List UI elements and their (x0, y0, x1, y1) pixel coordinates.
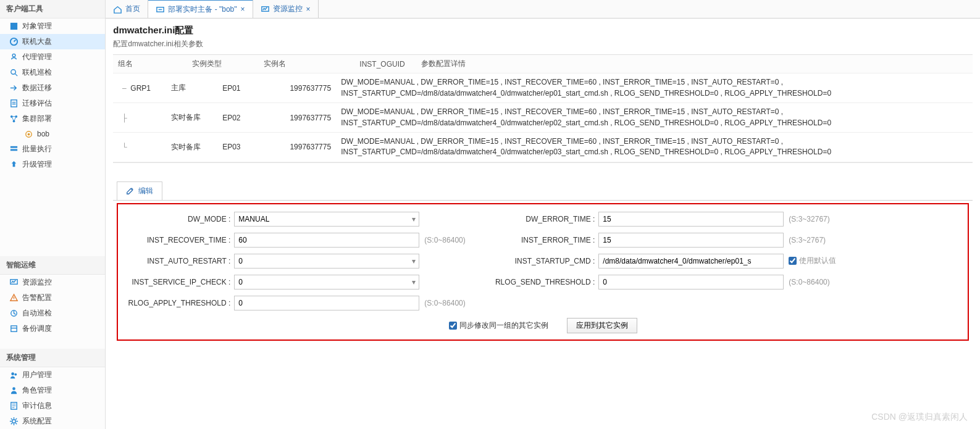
sidebar-item-client-4[interactable]: 数据迁移 (0, 80, 105, 96)
sidebar-item-label: 资源监控 (22, 277, 52, 288)
sidebar-item-label: 代理管理 (22, 52, 52, 62)
sidebar-item-sys-1[interactable]: 角色管理 (0, 383, 105, 398)
svg-point-17 (14, 373, 17, 376)
batch-icon (9, 144, 19, 154)
settings-icon (9, 417, 19, 427)
cell-type: 主库 (166, 73, 217, 102)
tab-label: 首页 (125, 4, 140, 14)
sync-checkbox[interactable]: 同步修改同一组的其它实例 (449, 320, 548, 331)
input-inst_error_time[interactable] (598, 233, 784, 248)
table-row[interactable]: ├实时备库EP021997637775DW_MODE=MANUAL , DW_E… (113, 103, 973, 133)
sidebar-item-label: 告警配置 (22, 293, 52, 303)
sidebar-item-label: 自动巡检 (22, 308, 52, 319)
sidebar-item-ops-3[interactable]: 备份调度 (0, 321, 105, 336)
input-inst_startup_cmd[interactable] (598, 254, 784, 269)
sidebar-item-client-7[interactable]: 批量执行 (0, 141, 105, 157)
input-inst_auto_restart[interactable] (234, 254, 419, 269)
edit-tabs: 编辑 (113, 181, 973, 201)
cell-detail: DW_MODE=MANUAL , DW_ERROR_TIME=15 , INST… (336, 103, 973, 132)
sidebar-item-label: 迁移评估 (22, 98, 52, 109)
cell-oguid: 1997637775 (285, 73, 336, 102)
svg-rect-13 (13, 297, 14, 299)
sidebar-item-client-2[interactable]: 代理管理 (0, 49, 105, 65)
section-sys-mgmt: 系统管理 (0, 349, 105, 367)
users-icon (9, 370, 19, 380)
svg-point-20 (12, 420, 15, 423)
cell-detail: DW_MODE=MANUAL , DW_ERROR_TIME=15 , INST… (336, 133, 973, 162)
sidebar-item-label: 联机巡检 (22, 67, 52, 78)
sidebar-item-client-0[interactable]: 对象管理 (0, 19, 105, 34)
input-rlog_apply_threshold[interactable] (234, 296, 419, 310)
sidebar-item-client-5[interactable]: 迁移评估 (0, 96, 105, 111)
table-row[interactable]: └实时备库EP031997637775DW_MODE=MANUAL , DW_E… (113, 133, 973, 162)
tab-edit[interactable]: 编辑 (117, 181, 162, 200)
input-dw_error_time[interactable] (598, 212, 784, 227)
cell-type: 实时备库 (166, 133, 217, 162)
audit-icon (9, 401, 19, 411)
apply-button[interactable]: 应用到其它实例 (567, 318, 637, 333)
edit-form: DW_MODE▾DW_ERROR_TIME(S:3~32767)INST_REC… (117, 203, 969, 341)
sync-checkbox-label: 同步修改同一组的其它实例 (459, 320, 548, 331)
sidebar-item-sys-3[interactable]: 系统配置 (0, 414, 105, 429)
close-icon[interactable]: × (241, 5, 245, 14)
tab-label: 部署实时主备 - "bob" (168, 4, 237, 15)
input-inst_recover_time[interactable] (234, 233, 419, 248)
cell-detail: DW_MODE=MANUAL , DW_ERROR_TIME=15 , INST… (336, 73, 973, 102)
sidebar-item-ops-1[interactable]: 告警配置 (0, 290, 105, 306)
sidebar-item-sys-2[interactable]: 审计信息 (0, 398, 105, 414)
tab-1[interactable]: 部署实时主备 - "bob" × (148, 0, 253, 18)
grid-header-2: 实例名 (259, 55, 354, 73)
sidebar-item-client-6[interactable]: 集群部署 (0, 111, 105, 127)
sidebar-item-label: 备份调度 (22, 323, 52, 334)
close-icon[interactable]: × (306, 5, 311, 14)
upgrade-icon (9, 160, 19, 170)
tab-2[interactable]: 资源监控 × (253, 0, 319, 18)
hint-inst_startup_cmd: 使用默认值 (784, 256, 858, 266)
svg-point-18 (12, 387, 15, 390)
inspect-icon (9, 68, 19, 78)
cell-group: –GRP1 (113, 73, 166, 102)
deploy-icon (156, 5, 164, 14)
sidebar-item-client-8[interactable]: 升级管理 (0, 157, 105, 172)
alert-icon (9, 293, 19, 303)
sidebar-item-sys-0[interactable]: 用户管理 (0, 367, 105, 383)
sidebar-item-ops-2[interactable]: 自动巡检 (0, 306, 105, 321)
sidebar-item-ops-0[interactable]: 资源监控 (0, 275, 105, 290)
sidebar-item-label: 用户管理 (22, 370, 52, 380)
input-dw_mode[interactable] (234, 212, 419, 227)
svg-point-3 (10, 70, 15, 75)
svg-point-2 (12, 54, 15, 57)
label-inst_recover_time: INST_RECOVER_TIME (123, 236, 234, 244)
svg-rect-15 (10, 326, 16, 331)
table-row[interactable]: –GRP1主库EP011997637775DW_MODE=MANUAL , DW… (113, 73, 973, 103)
sidebar-subitem-client-6-0[interactable]: bob (0, 127, 105, 141)
section-client-tools: 客户端工具 (0, 0, 105, 19)
config-grid: 组名实例类型实例名INST_OGUID参数配置详情 –GRP1主库EP01199… (113, 54, 973, 163)
page-title: dmwatcher.ini配置 (113, 25, 973, 36)
sidebar-item-label: 对象管理 (22, 21, 52, 31)
grid-header-4: 参数配置详情 (416, 55, 973, 73)
svg-rect-10 (10, 146, 17, 148)
sidebar-item-label: 集群部署 (22, 114, 52, 124)
sync-checkbox-input[interactable] (449, 322, 457, 330)
default-checkbox-input[interactable] (789, 257, 797, 265)
grid-header-0: 组名 (113, 55, 187, 73)
cell-name: EP03 (217, 133, 285, 162)
label-dw_error_time: DW_ERROR_TIME (475, 215, 598, 223)
default-checkbox[interactable]: 使用默认值 (789, 256, 858, 266)
input-rlog_send_threshold[interactable] (598, 275, 784, 289)
sidebar-item-client-3[interactable]: 联机巡检 (0, 65, 105, 80)
label-dw_mode: DW_MODE (123, 215, 234, 223)
hint-dw_error_time: (S:3~32767) (784, 215, 858, 223)
tab-0[interactable]: 首页 (106, 0, 148, 18)
roles-icon (9, 386, 19, 396)
sidebar-item-label: 系统配置 (22, 416, 52, 427)
agent-icon (9, 52, 19, 62)
input-inst_service_ip_check[interactable] (234, 275, 419, 289)
sidebar-item-client-1[interactable]: 联机大盘 (0, 34, 105, 49)
label-inst_error_time: INST_ERROR_TIME (475, 236, 598, 244)
tab-bar: 首页部署实时主备 - "bob" ×资源监控 × (106, 0, 980, 19)
migrate-icon (9, 83, 19, 93)
grid-header-3: INST_OGUID (354, 55, 416, 73)
assess-icon (9, 99, 19, 109)
